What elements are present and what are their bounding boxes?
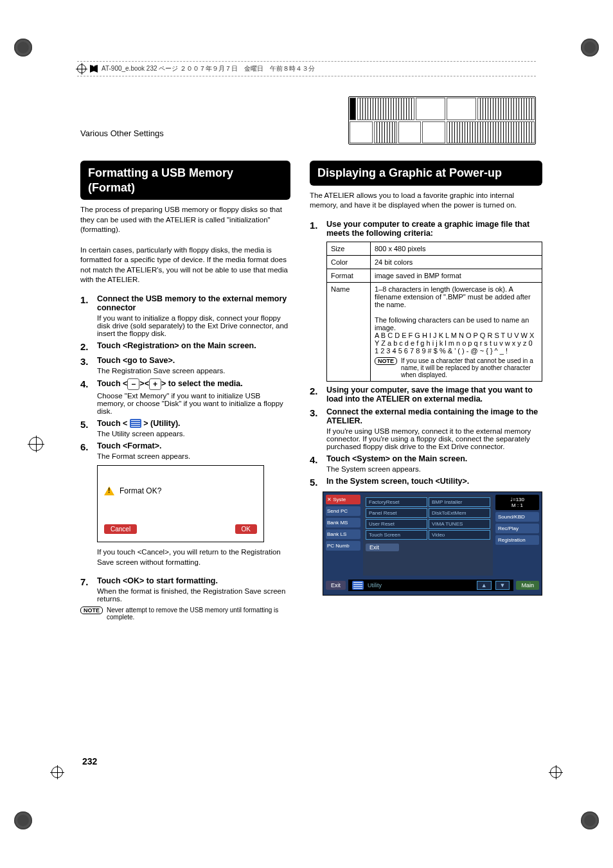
menu-item[interactable]: Bank MS (326, 518, 360, 527)
cancel-button[interactable]: Cancel (104, 524, 137, 534)
step-title: Connect the USB memory to the external m… (97, 294, 290, 312)
utility-icon (130, 419, 141, 428)
menu-item[interactable]: User Reset (366, 519, 427, 529)
step-title: Touch <Registration> on the Main screen. (97, 341, 290, 350)
table-label: Format (327, 269, 371, 282)
main-button[interactable]: Main (516, 581, 539, 590)
minus-button-icon: − (127, 378, 139, 390)
crop-mark-icon (14, 811, 32, 829)
step-title: In the System screen, touch <Utility>. (326, 477, 542, 486)
step-body: If you want to initialize a floppy disk,… (97, 314, 290, 337)
arrow-down-button[interactable]: ▼ (495, 581, 510, 590)
heading-display-graphic: Displaying a Graphic at Power-up (310, 161, 542, 186)
step-body: The Format screen appears. (97, 452, 290, 460)
menu-item[interactable]: DiskToExtMem (429, 508, 490, 518)
step-number: 3. (80, 356, 92, 375)
step-number: 4. (80, 378, 92, 415)
table-label: Name (327, 282, 371, 381)
plus-button-icon: + (149, 378, 161, 390)
warning-icon (104, 486, 114, 495)
step-title: Connect the external media containing th… (326, 407, 542, 425)
menu-item[interactable]: Sound/KBD (495, 512, 539, 522)
table-label: Size (327, 242, 371, 255)
book-icon (90, 65, 98, 73)
dialog-message: Format OK? (120, 486, 161, 495)
step-title: Using your computer, save the image that… (326, 385, 542, 403)
keyboard-diagram (348, 96, 536, 145)
left-column: Formatting a USB Memory (Format) The pro… (80, 161, 290, 778)
header-filename: AT-900_e.book 232 ページ ２００７年９月７日 金曜日 午前８時… (102, 64, 315, 73)
table-value: image saved in BMP format (371, 269, 542, 282)
step-number: 2. (80, 341, 92, 352)
system-utility-screenshot: ✕ Syste Send PC Bank MS Bank LS PC Numb … (323, 492, 542, 596)
registration-mark-icon (550, 766, 562, 778)
step-body: The Utility screen appears. (97, 430, 290, 438)
exit-button[interactable]: Exit (326, 581, 346, 590)
heading-format-usb: Formatting a USB Memory (Format) (80, 161, 290, 200)
spec-table: Size800 x 480 pixels Color24 bit colors … (326, 242, 542, 382)
menu-item[interactable]: VIMA TUNES (429, 519, 490, 529)
step-body: Choose "Ext Memory" if you want to initi… (97, 392, 290, 415)
after-dialog-text: If you touch <Cancel>, you will return t… (97, 547, 290, 567)
tempo-display: ♩=130M : 1 (495, 495, 539, 510)
menu-item[interactable]: BMP Installer (429, 497, 490, 507)
step-body: The System screen appears. (326, 465, 542, 473)
utility-icon (352, 581, 364, 590)
step-number: 6. (80, 441, 92, 460)
note-text: If you use a character that cannot be us… (401, 357, 538, 378)
crop-mark-icon (581, 811, 599, 829)
book-header: AT-900_e.book 232 ページ ２００７年９月７日 金曜日 午前８時… (77, 61, 536, 76)
registration-mark-icon (29, 437, 43, 451)
step-title: Touch <−><+> to select the media. (97, 378, 290, 390)
step-title: Touch <OK> to start formatting. (97, 576, 290, 585)
table-value: 800 x 480 pixels (371, 242, 542, 255)
registration-mark-icon (77, 64, 86, 73)
arrow-up-button[interactable]: ▲ (477, 581, 492, 590)
right-column: Displaying a Graphic at Power-up The ATE… (310, 161, 542, 778)
menu-item[interactable]: Send PC (326, 506, 360, 516)
menu-item[interactable]: Panel Reset (366, 508, 427, 518)
table-value: 24 bit colors (371, 255, 542, 269)
intro-text: In certain cases, particularly with flop… (80, 245, 290, 285)
crop-mark-icon (581, 39, 599, 57)
intro-text: The ATELIER allows you to load a favorit… (310, 191, 542, 211)
registration-mark-icon (51, 766, 63, 778)
step-number: 1. (310, 220, 321, 238)
step-number: 2. (310, 385, 321, 403)
step-body: When the format is finished, the Registr… (97, 587, 290, 603)
crop-mark-icon (14, 39, 32, 57)
step-body: If you're using USB memory, connect it t… (326, 427, 542, 450)
close-button[interactable]: ✕ Syste (326, 495, 360, 504)
menu-item[interactable]: Bank LS (326, 529, 360, 539)
section-title: Various Other Settings (80, 128, 164, 138)
note-text: Never attempt to remove the USB memory u… (107, 607, 290, 621)
step-number: 1. (80, 294, 92, 337)
step-number: 5. (80, 419, 92, 438)
step-body: The Registration Save screen appears. (97, 367, 290, 375)
step-title: Touch < > (Utility). (97, 419, 290, 429)
note-label: NOTE (375, 357, 397, 365)
menu-item[interactable]: Rec/Play (495, 524, 539, 533)
step-number: 5. (310, 477, 321, 488)
menu-item[interactable]: FactoryReset (366, 497, 427, 507)
format-dialog: Format OK? Cancel OK (97, 465, 264, 542)
ok-button[interactable]: OK (235, 524, 257, 534)
exit-button[interactable]: Exit (366, 544, 399, 551)
menu-item[interactable]: PC Numb (326, 541, 360, 551)
step-number: 4. (310, 454, 321, 473)
table-value: 1–8 characters in length (lowercase is o… (371, 282, 542, 381)
menu-item[interactable]: Video (429, 530, 490, 540)
page-number: 232 (82, 756, 97, 766)
step-title: Touch <go to Save>. (97, 356, 290, 365)
table-label: Color (327, 255, 371, 269)
step-number: 7. (80, 576, 92, 603)
menu-item[interactable]: Touch Screen (366, 530, 427, 540)
note-label: NOTE (80, 607, 103, 614)
step-title: Use your computer to create a graphic im… (326, 220, 542, 238)
step-title: Touch <Format>. (97, 441, 290, 450)
menu-item[interactable]: Registration (495, 535, 539, 545)
step-number: 3. (310, 407, 321, 450)
intro-text: The process of preparing USB memory or f… (80, 205, 290, 235)
step-title: Touch <System> on the Main screen. (326, 454, 542, 463)
utility-label: Utility (368, 582, 473, 589)
